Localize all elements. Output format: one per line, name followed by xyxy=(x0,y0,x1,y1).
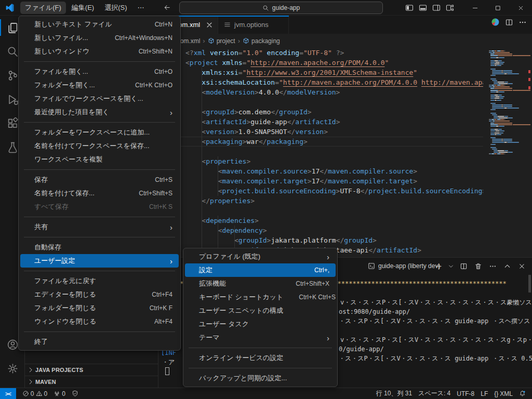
kill-terminal-button[interactable] xyxy=(472,260,484,272)
command-center-text: guide-app xyxy=(272,4,300,11)
encoding[interactable]: UTF-8 xyxy=(454,388,477,399)
activity-bar-settings-gear-icon[interactable] xyxy=(0,356,25,380)
file-menu-item-20[interactable]: ユーザー設定› xyxy=(20,254,179,268)
code-line-4[interactable]: xsi:schemaLocation="http://maven.apache.… xyxy=(158,77,483,87)
preferences-submenu-item-3[interactable]: キーボード ショートカットCtrl+K Ctrl+S xyxy=(185,290,336,304)
code-line-9[interactable]: <version>1.0-SNAPSHOT</version> xyxy=(158,127,483,137)
indentation[interactable]: スペース: 4 xyxy=(415,388,454,399)
code-line-13[interactable]: <maven.compiler.source>17</maven.compile… xyxy=(158,166,483,176)
minimap[interactable] xyxy=(486,48,527,257)
terminal-tab[interactable]: guide-app (liberty dev) xyxy=(368,258,440,274)
language-mode[interactable]: {}XML xyxy=(491,388,516,399)
preferences-submenu-item-1[interactable]: 設定Ctrl+, xyxy=(185,263,336,277)
code-line-2[interactable]: <project xmlns="http://maven.apache.org/… xyxy=(158,58,483,68)
code-line-19[interactable]: <dependency> xyxy=(158,225,483,235)
file-menu-item-9[interactable]: フォルダーをワークスペースに追加... xyxy=(20,126,179,139)
cursor-position[interactable]: 行 10、列 31 xyxy=(373,388,415,399)
code-line-14[interactable]: <maven.compiler.target>17</maven.compile… xyxy=(158,176,483,186)
code-line-12[interactable]: <properties> xyxy=(158,156,483,166)
preferences-submenu-item-5[interactable]: ユーザー タスク xyxy=(185,317,336,331)
code-line-18[interactable]: <dependencies> xyxy=(158,216,483,225)
file-menu-item-0[interactable]: 新しいテキスト ファイルCtrl+N xyxy=(20,18,179,31)
close-tab-icon[interactable] xyxy=(205,21,214,29)
menubar-file[interactable]: ファイル(F) xyxy=(20,2,66,14)
code-line-6[interactable] xyxy=(158,97,483,107)
tab-bar: pom.xml jvm.options xyxy=(158,16,532,34)
terminal-line-6: ・ス・スP・ス[・スV・ス・ス・ス・ス guide-app ・ス・ス 0.537 xyxy=(339,354,532,363)
menubar-selection[interactable]: 選択(S) xyxy=(100,2,131,14)
panel-more-actions-icon[interactable] xyxy=(486,260,499,272)
split-editor-icon[interactable] xyxy=(505,18,513,26)
sidebar-section-maven[interactable]: MAVEN xyxy=(25,376,158,388)
command-center-search[interactable]: guide-app xyxy=(179,2,383,14)
preferences-submenu-item-8[interactable]: オンライン サービスの設定 xyxy=(185,351,336,365)
maximize-button[interactable] xyxy=(486,0,509,16)
maximize-panel-icon[interactable] xyxy=(501,260,513,272)
editor-pane[interactable]: <?xml version="1.0" encoding="UTF-8" ?><… xyxy=(158,48,532,257)
preferences-submenu-item-4[interactable]: ユーザー スニペットの構成 xyxy=(185,304,336,317)
file-menu-item-5[interactable]: フォルダーを開く...Ctrl+K Ctrl+O xyxy=(20,78,179,92)
preferences-submenu-item-0[interactable]: プロファイル (既定)› xyxy=(185,250,336,263)
close-window-button[interactable] xyxy=(509,0,532,16)
code-line-20[interactable]: <groupId>jakarta.platform</groupId> xyxy=(158,235,483,245)
eol-sequence[interactable]: LF xyxy=(477,388,491,399)
file-menu-item-2[interactable]: 新しいウィンドウCtrl+Shift+N xyxy=(20,45,179,58)
sidebar-section-java-projects[interactable]: JAVA PROJECTS xyxy=(25,364,158,376)
file-menu-item-27[interactable]: 終了 xyxy=(20,335,179,349)
problems-status[interactable]: 0 0 xyxy=(19,388,50,399)
layout-sidebar-right-icon[interactable] xyxy=(432,4,441,12)
tab-jvm-options[interactable]: jvm.options xyxy=(218,16,289,34)
preferences-submenu-item-2[interactable]: 拡張機能Ctrl+Shift+X xyxy=(185,277,336,290)
layout-panel-icon[interactable] xyxy=(419,4,427,12)
notifications-bell-icon[interactable] xyxy=(516,388,529,399)
file-menu-item-17[interactable]: 共有› xyxy=(20,220,179,234)
file-menu-item-14[interactable]: 名前を付けて保存...Ctrl+Shift+S xyxy=(20,187,179,200)
file-menu-item-6[interactable]: ファイルでワークスペースを開く... xyxy=(20,92,179,105)
security-status[interactable] xyxy=(69,388,82,399)
ports-status[interactable]: 0 xyxy=(50,388,69,399)
code-line-8[interactable]: <artifactId>guide-app</artifactId> xyxy=(158,117,483,127)
code-line-1[interactable]: <?xml version="1.0" encoding="UTF-8" ?> xyxy=(158,48,483,58)
breadcrumb-project[interactable]: project xyxy=(208,37,235,45)
close-panel-icon[interactable] xyxy=(515,260,528,272)
pie-chart-extension-icon[interactable] xyxy=(491,18,500,26)
file-menu-item-22[interactable]: ファイルを元に戻す xyxy=(20,274,179,288)
code-line-10[interactable]: <packaging>war</packaging> xyxy=(158,137,483,147)
code-line-7[interactable]: <groupId>com.demo</groupId> xyxy=(158,107,483,117)
back-icon[interactable] xyxy=(163,4,171,11)
cube-icon xyxy=(243,37,249,44)
terminal-line-4: v・ス・ス・スP・ス[・スV・ス・ス・ス・ス・ス・ス・スg・スp・スツ xyxy=(340,336,532,344)
file-menu-item-1[interactable]: 新しいファイル...Ctrl+Alt+Windows+N xyxy=(20,31,179,45)
menubar-edit[interactable]: 編集(E) xyxy=(67,2,99,14)
file-menu-item-24[interactable]: フォルダーを閉じるCtrl+K F xyxy=(20,301,179,315)
file-menu-item-4[interactable]: ファイルを開く...Ctrl+O xyxy=(20,65,179,78)
split-terminal-button[interactable] xyxy=(457,260,470,272)
file-menu-item-23[interactable]: エディターを閉じるCtrl+F4 xyxy=(20,288,179,301)
customize-layout-icon[interactable] xyxy=(446,4,454,12)
file-menu-item-10[interactable]: 名前を付けてワークスペースを保存... xyxy=(20,139,179,153)
preferences-submenu-item-10[interactable]: バックアップと同期の設定... xyxy=(185,371,336,385)
indent-guide xyxy=(218,156,218,196)
breadcrumb-packaging[interactable]: packaging xyxy=(243,37,280,45)
file-menu-item-13[interactable]: 保存Ctrl+S xyxy=(20,173,179,187)
file-menu-item-7[interactable]: 最近使用した項目を開く› xyxy=(20,105,179,119)
file-menu-item-19[interactable]: 自動保存 xyxy=(20,241,179,254)
code-line-11[interactable] xyxy=(158,147,483,156)
file-menu-item-25[interactable]: ウィンドウを閉じるAlt+F4 xyxy=(20,315,179,328)
code-line-15[interactable]: <project.build.sourceEncoding>UTF-8</pro… xyxy=(158,186,483,196)
remote-indicator[interactable]: >< xyxy=(0,388,16,399)
preferences-submenu-item-6[interactable]: テーマ› xyxy=(185,331,336,344)
new-terminal-button[interactable] xyxy=(432,260,445,272)
more-actions-icon[interactable] xyxy=(518,18,527,26)
preferences-submenu-separator xyxy=(189,368,332,368)
menubar-more[interactable]: ⋯ xyxy=(133,2,149,13)
code-line-3[interactable]: xmlns:xsi="http://www.w3.org/2001/XMLSch… xyxy=(158,68,483,77)
minimize-button[interactable] xyxy=(463,0,486,16)
terminal-dropdown-icon[interactable] xyxy=(447,260,455,272)
file-menu-item-11[interactable]: ワークスペースを複製 xyxy=(20,153,179,166)
code-line-17[interactable] xyxy=(158,206,483,216)
layout-sidebar-left-icon[interactable] xyxy=(405,4,414,12)
code-line-5[interactable]: <modelVersion>4.0.0</modelVersion> xyxy=(158,87,483,97)
code-line-16[interactable]: </properties> xyxy=(158,196,483,206)
terminal-scrollbar[interactable] xyxy=(528,275,531,292)
